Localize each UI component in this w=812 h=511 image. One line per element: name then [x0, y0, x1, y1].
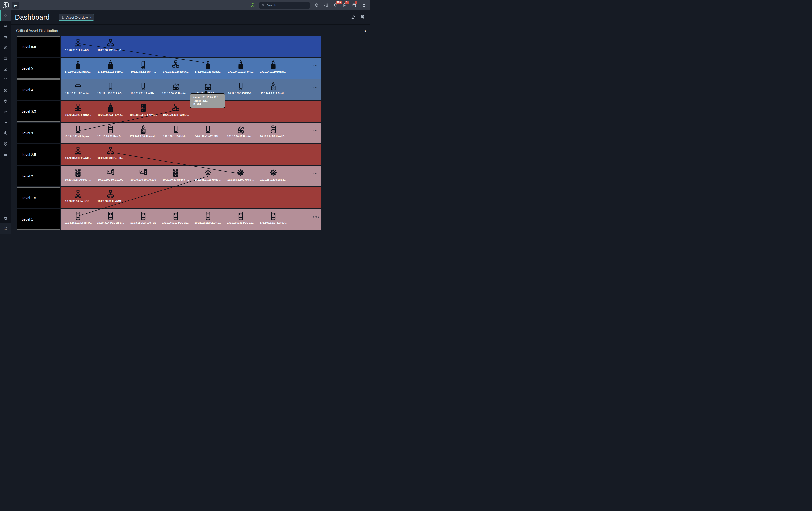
asset-node[interactable]: 101.10.60.112 Rout...	[192, 82, 224, 95]
level-label: Level 2.5	[17, 144, 60, 165]
refresh-button[interactable]	[351, 15, 356, 20]
sidebar-item-activity-chart[interactable]	[0, 64, 11, 75]
asset-node[interactable]: 10.20.30.109 FortiO...	[62, 104, 94, 116]
settings-button[interactable]	[314, 3, 319, 8]
sidebar-item-facility[interactable]	[0, 149, 11, 160]
asset-node[interactable]: 10.20.30.4 PLC-21-S...	[95, 211, 126, 224]
asset-node[interactable]: 172.104.1.112 Forti...	[257, 82, 289, 95]
collapse-panel-button[interactable]: ▲	[364, 29, 367, 32]
org-chart-button[interactable]	[323, 3, 329, 8]
asset-node[interactable]: 192.168.1.100 HMI-...	[160, 125, 192, 138]
asset-node[interactable]: 192.168.1.100 HMIs ...	[225, 168, 257, 181]
hierarchy-icon	[74, 190, 83, 199]
asset-node[interactable]: 10.20.30.108 FortiO...	[160, 104, 192, 116]
sidebar-item-shuffle[interactable]	[0, 32, 11, 42]
asset-node[interactable]: 192.168.1.111 HMIs ...	[192, 168, 224, 181]
firewall-icon	[203, 60, 212, 69]
router-icon	[171, 82, 180, 91]
sidebar-item-network-globe[interactable]	[0, 96, 11, 107]
plc-icon	[171, 211, 180, 220]
row-more-button[interactable]	[313, 173, 319, 174]
asset-node[interactable]: 10.20.30.111 FortiO...	[62, 39, 94, 52]
sidebar-item-users[interactable]	[0, 21, 11, 32]
row-more-button[interactable]	[313, 87, 319, 88]
asset-node[interactable]: 10.134.241.41 Opera...	[62, 125, 94, 138]
asset-node[interactable]: 172.104.1.123 Avast...	[192, 60, 224, 73]
asset-node[interactable]: 101.11.85.32 Win7-...	[127, 60, 159, 73]
page-header: Dashboard Asset Overview ▾	[11, 10, 370, 25]
asset-node[interactable]: 172.100.1.41 PLC-12...	[225, 211, 257, 224]
asset-node[interactable]: 10.1.0.170 10.1.0.170	[127, 168, 159, 181]
rack-icon	[139, 104, 148, 112]
view-selector-button[interactable]: Asset Overview ▾	[59, 14, 94, 21]
asset-node[interactable]: 10.0.5.2 SLC 500 - 23	[127, 211, 159, 224]
asset-node-label: 10.134.241.41 Opera...	[62, 135, 94, 138]
asset-node[interactable]: 10.20.30.105 FortiO...	[62, 147, 94, 160]
sidebar-item-shield-bug[interactable]	[0, 128, 11, 139]
brand-health-indicator[interactable]	[250, 3, 255, 8]
asset-node-label: 192.168.1.205 192.1...	[257, 178, 289, 181]
row-more-button[interactable]	[313, 130, 319, 131]
asset-node[interactable]: 10.24.152.61 Logix P...	[62, 211, 94, 224]
asset-node-label: 10.0.5.2 SLC 500 - 23	[127, 221, 159, 224]
asset-node[interactable]: 101.10.60.99 Router ...	[160, 82, 192, 95]
view-selector-label: Asset Overview	[66, 16, 88, 19]
app-logo[interactable]	[0, 0, 11, 10]
asset-node[interactable]: 172.100.1.11 PLC-03...	[257, 211, 289, 224]
sidebar-item-power[interactable]	[0, 42, 11, 53]
asset-node[interactable]: 10.20.30.112 FortiO...	[95, 39, 126, 52]
asset-node[interactable]: 10.1.0.200 10.1.0.200	[95, 168, 126, 181]
asset-node[interactable]: 10.20.30.110 FortiO...	[95, 147, 126, 160]
asset-node[interactable]: 10.20.30.20 AP567 -...	[160, 168, 192, 181]
asset-node[interactable]: 10.20.30.88 FortiOT...	[95, 190, 126, 203]
row-more-button[interactable]	[313, 216, 319, 218]
sidebar-item-playbooks[interactable]	[0, 117, 11, 128]
asset-node[interactable]: 16.122.34.56 Hard D...	[257, 125, 289, 138]
asset-node[interactable]: 101.10.60.45 Router ...	[225, 125, 257, 138]
asset-node[interactable]: 10.20.30.90 FortiOT...	[62, 190, 94, 203]
sidebar-item-mentions[interactable]: @	[0, 224, 11, 234]
search-input[interactable]	[266, 4, 304, 7]
asset-node[interactable]: 172.104.1.10 Firewal...	[127, 125, 159, 138]
sidebar-item-asset-cube[interactable]	[0, 85, 11, 96]
level-row: 10.20.30.18 AP567 -...10.1.0.200 10.1.0.…	[61, 166, 321, 187]
user-menu-button[interactable]	[361, 3, 367, 8]
asset-node[interactable]: 10.20.30.223 FortiA...	[95, 104, 126, 116]
asset-node[interactable]: 10.20.30.18 AP567 -...	[62, 168, 94, 181]
asset-node[interactable]: 10.122.232.45 DEV-...	[225, 82, 257, 95]
sidebar-item-briefcase[interactable]	[0, 53, 11, 64]
sidebar-item-dashboard[interactable]	[0, 10, 11, 21]
asset-node[interactable]: 101.10.28.32 Pen Dr...	[95, 125, 126, 138]
asset-node[interactable]: 10.121.221.12 WIN-...	[127, 82, 159, 95]
sidebar-item-trash[interactable]	[0, 213, 11, 224]
tablet-icon	[74, 125, 83, 134]
asset-node[interactable]: 172.10.11.126 Netw...	[160, 60, 192, 73]
sidebar-item-widgets[interactable]	[0, 75, 11, 85]
sidebar-item-shield-lock[interactable]	[0, 139, 11, 149]
asset-node[interactable]: 103.68.123.12 FortiS...	[127, 104, 159, 116]
sidebar-item-user-group[interactable]	[0, 107, 11, 117]
tasks-button[interactable]: 3	[343, 3, 348, 8]
asset-tooltip: Name: 101.10.60.112 Router - D56 ID: 264	[190, 93, 225, 108]
facility-icon	[3, 152, 8, 157]
hierarchy-icon	[74, 39, 83, 48]
asset-node[interactable]: 192.121.99.121 LAB...	[95, 82, 126, 95]
asset-node[interactable]: 172.104.1.111 Soph...	[95, 60, 126, 73]
playbooks-icon	[3, 120, 8, 125]
system-status-button[interactable]: !	[352, 3, 357, 8]
play-button[interactable]: ▶	[12, 2, 19, 8]
edit-widgets-button[interactable]	[361, 15, 366, 20]
asset-node[interactable]: 192.168.1.205 192.1...	[257, 168, 289, 181]
asset-node[interactable]: 10.21.32.112 SLC 50...	[192, 211, 224, 224]
asset-node[interactable]: 172.104.1.101 Forti...	[225, 60, 257, 73]
asset-node-label: 10.24.152.61 Logix P...	[62, 221, 94, 224]
row-more-button[interactable]	[313, 65, 319, 66]
level-row: 10.24.152.61 Logix P...10.20.30.4 PLC-21…	[61, 209, 321, 230]
asset-node[interactable]: 172.104.1.152 Huaw...	[62, 60, 94, 73]
asset-node[interactable]: 172.104.1.110 Huaw...	[257, 60, 289, 73]
asset-node[interactable]: fe80::78a1:a87:f52f:...	[192, 125, 224, 138]
asset-node[interactable]: 172.100.1.13 PLC-22...	[160, 211, 192, 224]
dashboard-icon	[3, 13, 8, 18]
notifications-button[interactable]: 289	[333, 3, 338, 8]
asset-node[interactable]: 172.10.11.122 Netw...	[62, 82, 94, 95]
